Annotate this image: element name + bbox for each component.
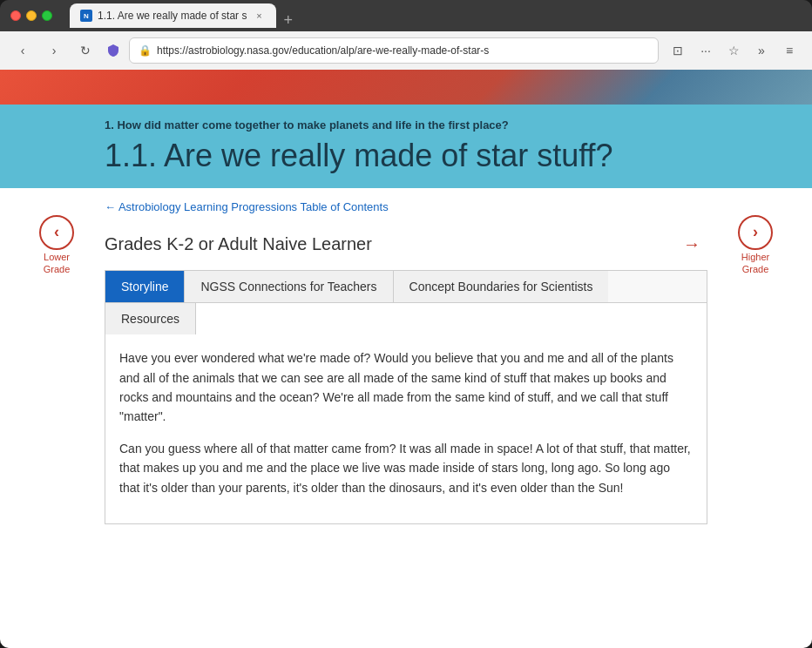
content-area: ← Astrobiology Learning Progressions Tab…	[0, 188, 812, 648]
active-tab[interactable]: N 1.1. Are we really made of star s ×	[70, 3, 276, 28]
refresh-button[interactable]: ↻	[73, 38, 98, 63]
tab-bar: N 1.1. Are we really made of star s × +	[70, 3, 802, 28]
tab-concept-boundaries[interactable]: Concept Boundaries for Scientists	[394, 271, 609, 302]
address-bar[interactable]: 🔒 https://astrobiology.nasa.gov/educatio…	[129, 37, 659, 64]
reader-view-button[interactable]: ⊡	[666, 38, 690, 63]
lower-grade-nav: ‹ Lower Grade	[39, 215, 74, 274]
maximize-window-button[interactable]	[42, 10, 52, 21]
lock-icon: 🔒	[139, 44, 152, 57]
tab-close-button[interactable]: ×	[252, 9, 266, 23]
tabs-container: Storyline NGSS Connections for Teachers …	[105, 270, 707, 524]
back-link[interactable]: ← Astrobiology Learning Progressions Tab…	[105, 188, 707, 226]
content-paragraph-1: Have you ever wondered what we're made o…	[119, 348, 693, 427]
nav-bar: ‹ › ↻ 🔒 https://astrobiology.nasa.gov/ed…	[0, 31, 812, 70]
tabs-row-1: Storyline NGSS Connections for Teachers …	[105, 271, 707, 302]
content-paragraph-2: Can you guess where all of that matter c…	[119, 439, 693, 497]
traffic-lights	[10, 10, 52, 21]
page-title: 1.1. Are we really made of star stuff?	[105, 137, 707, 174]
hero-image	[0, 70, 812, 105]
new-tab-button[interactable]: +	[276, 12, 300, 28]
page-content: 1. How did matter come together to make …	[0, 70, 812, 648]
tab-favicon: N	[80, 10, 92, 22]
lower-grade-label-line1: Lower	[44, 252, 70, 262]
tab-content-area: Have you ever wondered what we're made o…	[105, 334, 707, 523]
grade-navigation: ‹ Lower Grade Grades K-2 or Adult Naive …	[105, 226, 707, 263]
higher-grade-nav: › Higher Grade	[738, 215, 773, 274]
tabs-row-2: Resources	[105, 302, 707, 334]
grade-heading: Grades K-2 or Adult Naive Learner	[105, 226, 683, 263]
higher-grade-label-line1: Higher	[741, 252, 769, 262]
more-options-button[interactable]: ···	[694, 38, 718, 63]
minimize-window-button[interactable]	[26, 10, 37, 21]
close-window-button[interactable]	[10, 10, 21, 21]
lower-grade-button[interactable]: ‹	[39, 215, 74, 250]
arrow-icon: →	[683, 234, 700, 254]
nav-actions: ⊡ ··· ☆ » ≡	[666, 38, 802, 63]
forward-button[interactable]: ›	[42, 38, 66, 63]
higher-grade-label-line2: Grade	[742, 264, 769, 274]
browser-window: N 1.1. Are we really made of star s × + …	[0, 0, 812, 648]
address-text: https://astrobiology.nasa.gov/education/…	[157, 44, 649, 57]
higher-grade-button[interactable]: ›	[738, 215, 773, 250]
page-header: 1. How did matter come together to make …	[0, 105, 812, 188]
page-subtitle: 1. How did matter come together to make …	[105, 118, 707, 132]
title-bar: N 1.1. Are we really made of star s × +	[0, 0, 812, 31]
shield-icon	[105, 42, 122, 59]
tab-storyline[interactable]: Storyline	[105, 271, 185, 302]
tab-ngss[interactable]: NGSS Connections for Teachers	[185, 271, 393, 302]
extensions-button[interactable]: »	[749, 38, 774, 63]
menu-button[interactable]: ≡	[777, 38, 802, 63]
lower-grade-label-line2: Grade	[44, 264, 71, 274]
back-button[interactable]: ‹	[10, 38, 35, 63]
tab-resources[interactable]: Resources	[105, 303, 196, 334]
bookmark-button[interactable]: ☆	[721, 38, 746, 63]
tab-title: 1.1. Are we really made of star s	[98, 10, 247, 22]
